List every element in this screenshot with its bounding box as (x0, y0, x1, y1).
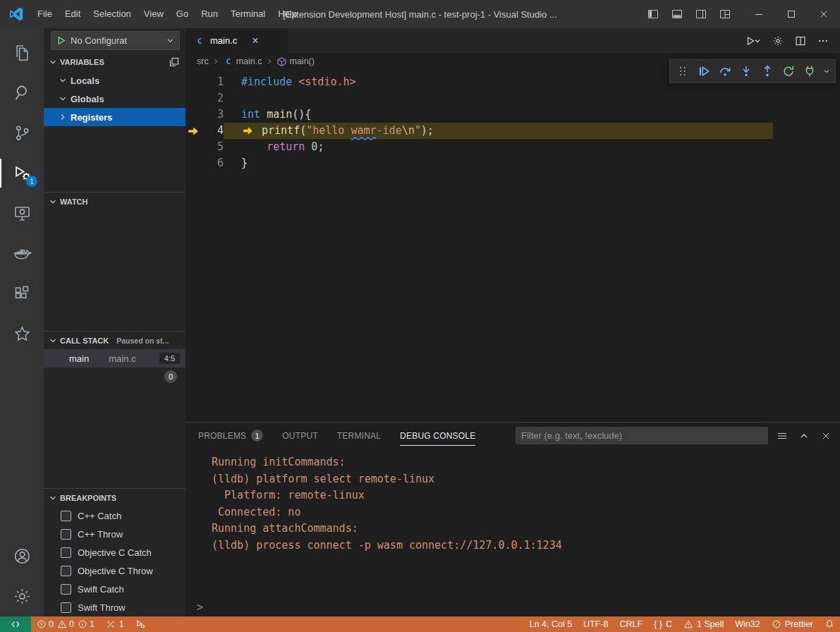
code-line-2[interactable]: 2 (185, 90, 840, 107)
ellipsis-icon[interactable] (817, 35, 829, 47)
step-over-icon[interactable] (716, 62, 734, 80)
activity-search[interactable] (0, 73, 44, 113)
activity-source-control[interactable] (0, 113, 44, 153)
panel-menu-icon[interactable] (777, 430, 788, 442)
window-restore-button[interactable] (775, 0, 808, 28)
platform-indicator[interactable]: Win32 (729, 616, 765, 632)
console-line: Connected: no (212, 504, 840, 521)
breakpoint-objective-c-throw[interactable]: Objective C Throw (44, 561, 185, 580)
close-icon[interactable] (820, 430, 832, 442)
disconnect-icon[interactable] (801, 62, 819, 80)
panel-tab-output[interactable]: OUTPUT (282, 423, 318, 449)
step-out-icon[interactable] (758, 62, 777, 80)
console-line: Running initCommands: (212, 454, 840, 471)
menu-help[interactable]: Help (272, 5, 303, 23)
menu-go[interactable]: Go (170, 5, 195, 23)
breakpoint-checkbox[interactable] (61, 602, 71, 613)
panel-tab-debug-console[interactable]: DEBUG CONSOLE (400, 423, 475, 449)
panel-tab-problems[interactable]: PROBLEMS1 (198, 423, 263, 449)
debug-config-dropdown[interactable]: No Configurat (51, 31, 180, 50)
tools-count: 1 (119, 619, 124, 629)
split-editor-icon[interactable] (795, 35, 806, 47)
watch-section-header[interactable]: WATCH (44, 192, 185, 210)
call-stack-section-header[interactable]: CALL STACK Paused on st... (44, 331, 185, 349)
activity-explorer[interactable] (0, 32, 44, 73)
breadcrumb-file[interactable]: main.c (236, 56, 262, 66)
step-into-icon[interactable] (737, 62, 755, 80)
language-mode[interactable]: { } C (648, 616, 678, 632)
panel-tab-terminal[interactable]: TERMINAL (337, 423, 381, 449)
breakpoint-objective-c-catch[interactable]: Objective C Catch (44, 543, 185, 561)
gripper-icon[interactable] (674, 62, 692, 80)
code-editor[interactable]: 1#include <stdio.h>23int main(){4printf(… (185, 70, 840, 422)
activity-remote-explorer[interactable] (0, 193, 44, 233)
code-line-6[interactable]: 6} (185, 155, 840, 171)
remote-indicator[interactable] (0, 616, 31, 632)
console-input-row[interactable]: > (185, 598, 840, 616)
activity-docker[interactable] (0, 233, 44, 274)
breadcrumb-folder[interactable]: src (197, 56, 209, 66)
notifications-bell[interactable] (819, 616, 840, 632)
menu-file[interactable]: File (31, 5, 59, 23)
cursor-position[interactable]: Ln 4, Col 5 (524, 616, 578, 632)
eol-indicator[interactable]: CRLF (614, 616, 649, 632)
chevron-up-icon[interactable] (798, 430, 810, 442)
call-stack-frame[interactable]: main main.c 4:5 (44, 349, 185, 367)
code-line-5[interactable]: 5 return 0; (185, 139, 840, 155)
code-line-3[interactable]: 3int main(){ (185, 107, 840, 123)
breakpoint-swift-throw[interactable]: Swift Throw (44, 598, 185, 616)
menu-edit[interactable]: Edit (59, 5, 87, 23)
start-debug-icon[interactable] (56, 35, 66, 46)
layout-toggle-layout-sidebar-left-icon[interactable] (643, 0, 664, 28)
variables-item-registers[interactable]: Registers (44, 108, 185, 126)
breakpoints-section-header[interactable]: BREAKPOINTS (44, 488, 185, 506)
activity-debug[interactable]: 1 (0, 153, 44, 193)
debug-status[interactable] (130, 616, 151, 632)
breakpoint-checkbox[interactable] (61, 529, 71, 540)
breakpoint-c-throw[interactable]: C++ Throw (44, 525, 185, 543)
activity-account[interactable] (0, 536, 44, 576)
step-into-icon (740, 65, 753, 78)
watch-empty-space (44, 210, 185, 331)
restart-icon[interactable] (779, 62, 798, 80)
breakpoint-checkbox[interactable] (61, 566, 71, 576)
gear-icon[interactable] (772, 35, 784, 47)
breakpoint-swift-catch[interactable]: Swift Catch (44, 580, 185, 598)
code-line-4[interactable]: 4printf("hello wamr-ide\n"); (185, 123, 840, 139)
chevron-down-icon[interactable] (822, 62, 832, 80)
menu-run[interactable]: Run (195, 5, 224, 23)
problems-status[interactable]: 0 0 1 (31, 616, 100, 632)
close-tab-icon[interactable]: × (252, 35, 258, 47)
filter-input[interactable] (521, 430, 762, 441)
window-minimize-button[interactable] (743, 0, 775, 28)
encoding-indicator[interactable]: UTF-8 (578, 616, 614, 632)
menu-selection[interactable]: Selection (87, 5, 137, 23)
layout-toggle-layout-sidebar-right-icon[interactable] (690, 0, 712, 28)
debug-config-label: No Configurat (71, 35, 162, 46)
activity-extensions[interactable] (0, 274, 44, 314)
activity-star[interactable] (0, 314, 44, 354)
menu-terminal[interactable]: Terminal (224, 5, 272, 23)
tab-main-c[interactable]: C main.c × (185, 28, 288, 53)
formatter-status[interactable]: Prettier (766, 616, 819, 632)
breakpoint-checkbox[interactable] (61, 547, 71, 558)
breadcrumb-symbol[interactable]: main() (290, 56, 315, 66)
spell-status[interactable]: 1 Spell (678, 616, 729, 632)
continue-icon[interactable] (695, 62, 713, 80)
breakpoint-checkbox[interactable] (61, 584, 71, 595)
activity-settings-gear[interactable] (0, 576, 44, 616)
variables-section-header[interactable]: VARIABLES (44, 53, 185, 71)
tools-status[interactable]: 1 (100, 616, 130, 632)
breakpoint-checkbox[interactable] (61, 511, 71, 521)
variables-item-locals[interactable]: Locals (44, 71, 185, 90)
collapse-all-icon[interactable] (169, 56, 180, 68)
console-filter-box[interactable] (516, 427, 768, 444)
run-dropdown-icon[interactable] (745, 35, 761, 47)
menu-view[interactable]: View (138, 5, 170, 23)
layout-toggle-layout-grid-icon[interactable] (714, 0, 736, 28)
variables-item-globals[interactable]: Globals (44, 90, 185, 108)
layout-toggle-layout-panel-icon[interactable] (666, 0, 688, 28)
window-close-button[interactable] (808, 0, 840, 28)
breakpoint-c-catch[interactable]: C++ Catch (44, 506, 185, 525)
restore-icon (786, 8, 797, 20)
